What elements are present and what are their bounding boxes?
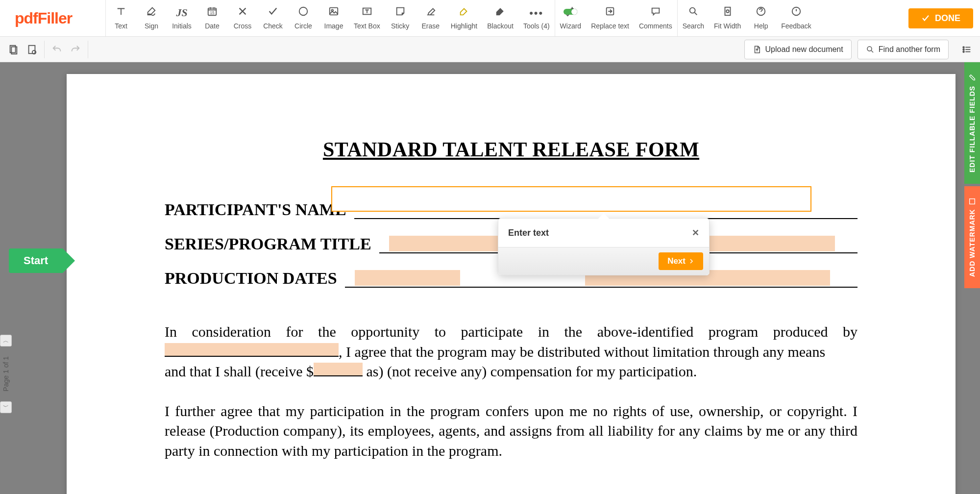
- check-icon: [921, 14, 930, 23]
- tool-textbox[interactable]: Text Box: [349, 0, 385, 36]
- cross-icon: [237, 6, 248, 19]
- tools-more[interactable]: ••• Tools (4): [518, 0, 555, 36]
- second-toolbar: Upload new document Find another form: [0, 37, 980, 62]
- page-settings-button[interactable]: [23, 40, 41, 59]
- canvas-area: STANDARD TALENT RELEASE FORM PARTICIPANT…: [0, 62, 980, 494]
- page-count-label: Page 1 of 1: [2, 346, 10, 401]
- tool-text[interactable]: Text: [106, 0, 136, 36]
- chevron-right-icon: [688, 258, 694, 264]
- text-icon: [116, 6, 126, 19]
- tool-cross[interactable]: Cross: [227, 0, 258, 36]
- svg-point-16: [867, 47, 872, 51]
- fit-width-icon: [722, 6, 733, 19]
- options-button[interactable]: [957, 40, 976, 59]
- body-paragraph-2: I further agree that my participation in…: [165, 401, 858, 461]
- edit-icon: [968, 74, 976, 81]
- svg-text:15: 15: [210, 11, 215, 15]
- svg-rect-14: [29, 45, 35, 53]
- next-page-button[interactable]: ﹀: [0, 401, 12, 413]
- svg-point-19: [963, 51, 964, 52]
- body-paragraph-1: In consideration for the opportunity to …: [165, 322, 858, 382]
- top-toolbar: pdfFiller Text Sign JS Initials 15 Date …: [0, 0, 980, 37]
- editing-tools: Text Sign JS Initials 15 Date Cross Chec…: [106, 0, 555, 36]
- pen-icon: [146, 6, 157, 19]
- undo-button[interactable]: [48, 40, 66, 59]
- text-box-icon: [362, 6, 372, 19]
- tool-erase[interactable]: Erase: [416, 0, 446, 36]
- tool-search[interactable]: Search: [678, 0, 709, 36]
- active-text-field[interactable]: [331, 186, 811, 212]
- check-icon: [268, 6, 278, 19]
- document-page: STANDARD TALENT RELEASE FORM PARTICIPANT…: [67, 74, 956, 494]
- fillable-highlight[interactable]: [314, 363, 363, 376]
- fillable-highlight[interactable]: [165, 343, 339, 357]
- fillable-highlight[interactable]: [355, 270, 460, 286]
- circle-icon: [298, 6, 309, 19]
- page-navigator: ︿ Page 1 of 1 ﹀: [0, 335, 12, 413]
- find-form-button[interactable]: Find another form: [858, 40, 949, 59]
- comments-icon: [650, 6, 661, 19]
- tool-image[interactable]: Image: [318, 0, 349, 36]
- svg-rect-8: [725, 7, 730, 16]
- replace-text-icon: [605, 6, 615, 19]
- tool-feedback[interactable]: Feedback: [776, 0, 816, 36]
- tool-date[interactable]: 15 Date: [197, 0, 227, 36]
- svg-point-18: [963, 49, 964, 50]
- document-title: STANDARD TALENT RELEASE FORM: [165, 138, 858, 161]
- tools-group2: Wizard Replace text Comments: [555, 0, 677, 36]
- edit-fields-tab[interactable]: EDIT FILLABLE FIELDS: [964, 62, 980, 184]
- tool-replace[interactable]: Replace text: [586, 0, 634, 36]
- blackout-icon: [495, 6, 506, 19]
- tool-check[interactable]: Check: [258, 0, 288, 36]
- svg-rect-3: [330, 8, 338, 15]
- tool-blackout[interactable]: Blackout: [482, 0, 518, 36]
- tool-circle[interactable]: Circle: [288, 0, 318, 36]
- brand-logo: pdfFiller: [0, 0, 105, 36]
- popup-title: Enter text: [508, 228, 549, 238]
- enter-text-popup: Enter text ✕ Next: [498, 218, 710, 275]
- search-icon: [866, 45, 875, 54]
- svg-rect-20: [970, 198, 975, 204]
- popup-close-button[interactable]: ✕: [692, 227, 699, 238]
- initials-icon: JS: [176, 6, 187, 19]
- popup-next-button[interactable]: Next: [659, 252, 703, 270]
- help-icon: [756, 6, 766, 19]
- tool-wizard[interactable]: Wizard: [555, 0, 587, 36]
- redo-button[interactable]: [66, 40, 85, 59]
- image-icon: [328, 6, 339, 19]
- upload-icon: [753, 45, 761, 54]
- svg-point-9: [726, 10, 729, 13]
- dots-icon: •••: [529, 6, 543, 19]
- svg-point-17: [963, 47, 964, 48]
- tool-sticky[interactable]: Sticky: [385, 0, 416, 36]
- highlight-icon: [459, 6, 469, 19]
- tool-comments[interactable]: Comments: [634, 0, 677, 36]
- done-button[interactable]: DONE: [908, 8, 973, 28]
- tool-initials[interactable]: JS Initials: [167, 0, 197, 36]
- feedback-icon: [791, 6, 802, 19]
- tool-highlight[interactable]: Highlight: [446, 0, 482, 36]
- erase-icon: [425, 6, 436, 19]
- upload-document-button[interactable]: Upload new document: [744, 40, 852, 59]
- sticky-icon: [395, 6, 406, 19]
- search-icon: [688, 6, 699, 19]
- start-button[interactable]: Start: [9, 248, 63, 273]
- watermark-icon: [968, 198, 976, 205]
- svg-point-2: [299, 7, 308, 16]
- prev-page-button[interactable]: ︿: [0, 335, 12, 346]
- wizard-icon: [565, 6, 576, 19]
- tool-sign[interactable]: Sign: [136, 0, 167, 36]
- calendar-icon: 15: [207, 6, 218, 19]
- tools-group3: Search Fit Width Help Feedback: [678, 0, 816, 36]
- tool-fitwidth[interactable]: Fit Width: [709, 0, 746, 36]
- add-watermark-tab[interactable]: ADD WATERMARK: [964, 186, 980, 288]
- tool-help[interactable]: Help: [746, 0, 776, 36]
- pages-panel-button[interactable]: [4, 40, 23, 59]
- svg-point-7: [689, 8, 695, 13]
